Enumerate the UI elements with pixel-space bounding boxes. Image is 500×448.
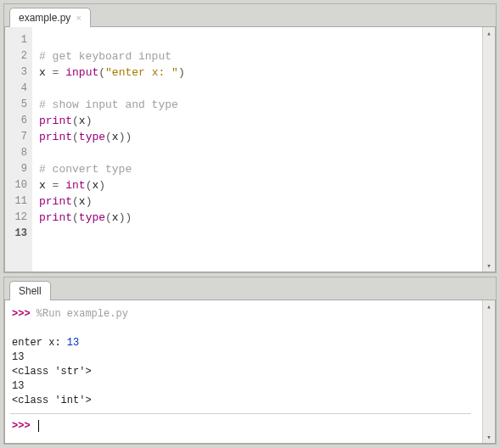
shell-pane: Shell >>> %Run example.py enter x: 13 13… [3,277,497,445]
editor-scrollbar[interactable]: ▴ ▾ [482,27,495,272]
shell-input-line[interactable]: >>> [12,419,482,434]
shell-output-line: <class 'str'> [12,365,482,379]
line-number: 9 [12,161,27,177]
editor-tab-label: example.py [19,12,70,24]
line-number: 11 [12,193,27,210]
shell-content: >>> %Run example.py enter x: 13 13 <clas… [4,300,496,444]
code-line[interactable]: # show input and type [39,97,482,113]
code-line[interactable]: print(x) [39,193,482,210]
shell-prompt: >>> [12,308,31,320]
scroll-up-icon[interactable]: ▴ [483,27,495,39]
editor-tab-strip: example.py × [4,4,496,26]
scroll-down-icon[interactable]: ▾ [483,260,495,272]
shell-scrollbar[interactable]: ▴ ▾ [482,300,495,443]
shell-line: >>> %Run example.py [12,307,482,322]
code-line[interactable] [39,81,482,97]
line-number: 7 [12,129,27,145]
editor-tab[interactable]: example.py × [9,8,91,27]
code-line[interactable]: # convert type [39,161,482,177]
shell-run-command: %Run example.py [31,308,128,320]
line-number: 8 [12,145,27,161]
line-number: 4 [12,81,27,97]
code-area[interactable]: # get keyboard inputx = input("enter x: … [32,27,482,272]
shell-output-line: 13 [12,350,482,365]
scroll-down-icon[interactable]: ▾ [483,431,495,443]
cursor-icon [38,420,39,432]
line-number: 5 [12,97,27,113]
shell-tab-label: Shell [19,285,42,297]
shell-output-line: enter x: 13 [12,336,482,350]
code-line[interactable]: # get keyboard input [39,48,482,64]
line-number: 3 [12,64,27,81]
code-line[interactable]: print(x) [39,113,482,129]
line-number: 2 [12,48,27,64]
code-line[interactable]: x = input("enter x: ") [39,64,482,81]
scroll-up-icon[interactable]: ▴ [483,300,495,312]
code-line[interactable] [39,226,482,242]
code-line[interactable]: print(type(x)) [39,129,482,145]
line-number: 13 [12,226,27,242]
line-number: 12 [12,210,27,226]
code-line[interactable]: print(type(x)) [39,210,482,226]
line-number-gutter: 12345678910111213 [5,27,32,272]
shell-prompt: >>> [12,420,31,432]
line-number: 1 [12,32,27,48]
shell-output-line: 13 [12,379,482,394]
editor-pane: example.py × 12345678910111213 # get key… [3,3,497,273]
shell-tab[interactable]: Shell [9,281,51,300]
shell-output-line: <class 'int'> [12,394,482,408]
line-number: 6 [12,113,27,129]
shell-separator [10,413,471,414]
shell-blank-line [12,322,482,336]
code-line[interactable] [39,32,482,48]
line-number: 10 [12,177,27,193]
editor-content: 12345678910111213 # get keyboard inputx … [4,26,496,272]
shell-output[interactable]: >>> %Run example.py enter x: 13 13 <clas… [5,300,482,443]
code-line[interactable] [39,145,482,161]
shell-tab-strip: Shell [4,277,496,300]
code-line[interactable]: x = int(x) [39,177,482,193]
close-icon[interactable]: × [76,13,81,23]
